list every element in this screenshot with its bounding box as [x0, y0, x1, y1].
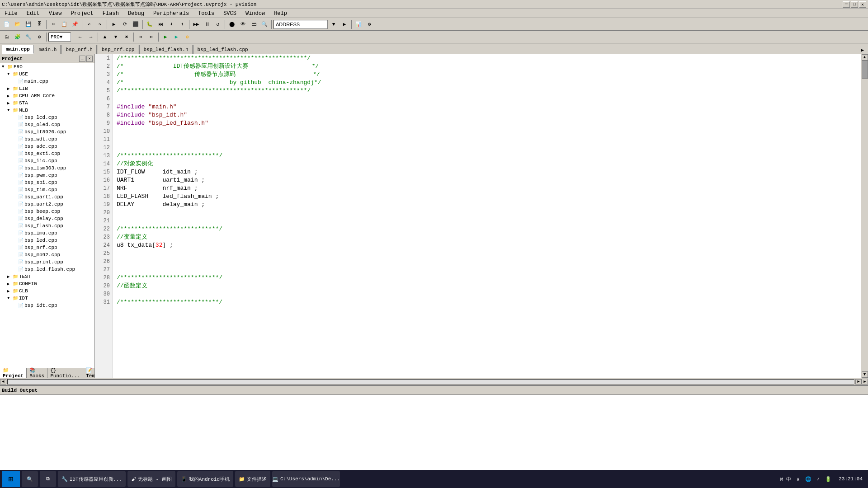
open-btn[interactable]: 📂 [13, 19, 23, 29]
tree-item-cpu-arm-core[interactable]: ▶ 📁 CPU ARM Core [0, 92, 94, 99]
tree-item-bsp-idt[interactable]: 📄bsp_idt.cpp [0, 302, 94, 309]
system-clock[interactable]: 23:21:04 [835, 476, 866, 482]
address-go-btn[interactable]: ▼ [329, 19, 339, 29]
panel-tab-templates[interactable]: 📝 Templat... [83, 368, 95, 378]
panel-tab-project[interactable]: 📁 Project [0, 368, 27, 378]
project-selector[interactable]: PRO ▼ [48, 33, 71, 42]
tree-item-bsp-lt8920[interactable]: 📄bsp_lt8920.cpp [0, 128, 94, 136]
menu-view[interactable]: View [46, 10, 65, 17]
tree-item-lib[interactable]: ▶ 📁 LIB [0, 85, 94, 92]
run-btn[interactable]: ▶▶ [191, 19, 201, 29]
h-scroll-left-btn[interactable]: ◄ [0, 379, 6, 385]
tree-item-bsp-adc[interactable]: 📄bsp_adc.cpp [0, 143, 94, 150]
tree-item-bsp-print[interactable]: 📄bsp_print.cpp [0, 258, 94, 266]
tree-item-bsp-lcd[interactable]: 📄bsp_lcd.cpp [0, 114, 94, 121]
tree-item-config[interactable]: ▶📁CONFIG [0, 280, 94, 287]
step-out-btn[interactable]: ⬆ [177, 19, 187, 29]
menu-debug[interactable]: Debug [125, 10, 147, 17]
network-icon[interactable]: 🌐 [803, 476, 813, 482]
code-editor[interactable]: 1 2 3 4 5 6 7 8 9 10 11 12 13 14 15 16 1… [95, 54, 861, 378]
menu-tools[interactable]: Tools [195, 10, 217, 17]
indent-btn[interactable]: ⇥ [136, 32, 146, 42]
panel-minimize-btn[interactable]: _ [79, 56, 85, 62]
watch-btn[interactable]: 👁 [238, 19, 248, 29]
bookmark-next-btn[interactable]: ▼ [111, 32, 121, 42]
redo-btn[interactable]: ↷ [95, 19, 105, 29]
battery-icon[interactable]: 🔋 [823, 476, 833, 482]
taskbar-item-paint[interactable]: 🖌 无标题 - 画图 [127, 471, 175, 487]
tree-item-bsp-imu[interactable]: 📄bsp_imu.cpp [0, 230, 94, 237]
tree-item-bsp-exti[interactable]: 📄bsp_exti.cpp [0, 150, 94, 157]
menu-edit[interactable]: Edit [24, 10, 42, 17]
taskbar-item-files[interactable]: 📁 文件描述 [235, 471, 270, 487]
start-button[interactable]: ⊞ [2, 471, 20, 487]
taskbar-task-view[interactable]: ⧉ [40, 471, 56, 487]
volume-icon[interactable]: ♪ [815, 476, 822, 482]
halt-btn[interactable]: ⏸ [202, 19, 212, 29]
tree-item-bsp-delay[interactable]: 📄bsp_delay.cpp [0, 215, 94, 222]
tab-scroll-right[interactable]: ▶ [859, 47, 866, 54]
browse-fwd-btn[interactable]: → [86, 32, 96, 42]
tree-item-bsp-oled[interactable]: 📄bsp_oled.cpp [0, 121, 94, 128]
panel-close-btn[interactable]: ✕ [86, 56, 93, 62]
menu-window[interactable]: Window [243, 10, 268, 17]
settings-btn[interactable]: ⚙ [364, 19, 374, 29]
tree-item-bsp-uart2[interactable]: 📄bsp_uart2.cpp [0, 201, 94, 208]
green-arrow-btn[interactable]: ▶ [160, 32, 170, 42]
blue-green-btn[interactable]: ▶ [171, 32, 181, 42]
tab-bsp-nrf-h[interactable]: bsp_nrf.h [61, 45, 96, 54]
tab-main-h[interactable]: main.h [35, 45, 61, 54]
copy-btn[interactable]: 📋 [59, 19, 69, 29]
tab-bsp-led-flash-cpp[interactable]: bsp_led_flash.cpp [193, 45, 252, 54]
debug-start-btn[interactable]: 🐛 [145, 19, 155, 29]
tree-item-bsp-iic[interactable]: 📄bsp_iic.cpp [0, 157, 94, 164]
menu-svcs[interactable]: SVCS [221, 10, 239, 17]
editor-scrollbar[interactable]: ▲ ▼ [861, 54, 868, 378]
ime-indicator[interactable]: M 中 [778, 476, 793, 483]
bookmark-clear-btn[interactable]: ✖ [122, 32, 132, 42]
tree-item-bsp-beep[interactable]: 📄bsp_beep.cpp [0, 208, 94, 215]
tree-item-bsp-mp92[interactable]: 📄bsp_mp92.cpp [0, 251, 94, 258]
close-button[interactable]: ✕ [859, 1, 866, 8]
new-btn[interactable]: 📄 [2, 19, 12, 29]
scroll-down-btn[interactable]: ▼ [862, 371, 868, 378]
bookmark-prev-btn[interactable]: ▲ [100, 32, 110, 42]
menu-peripherals[interactable]: Peripherals [151, 10, 192, 17]
tree-item-bsp-lsm303[interactable]: 📄bsp_lsm303.cpp [0, 164, 94, 172]
build-btn[interactable]: ▶ [109, 19, 119, 29]
save-btn[interactable]: 💾 [24, 19, 33, 29]
debug-config-btn[interactable]: ⚙ [34, 32, 44, 42]
address-run-btn[interactable]: ▶ [340, 19, 349, 29]
paste-btn[interactable]: 📌 [70, 19, 80, 29]
step-in-btn[interactable]: ⬇ [166, 19, 176, 29]
tab-bsp-led-flash-h[interactable]: bsp_led_flash.h [139, 45, 192, 54]
tree-item-bsp-led-flash[interactable]: 📄bsp_led_flash.cpp [0, 266, 94, 273]
h-scroll-expand-btn[interactable]: ▶ [862, 379, 868, 385]
scroll-thumb[interactable] [862, 61, 868, 79]
tab-main-cpp[interactable]: main.cpp [2, 45, 34, 54]
component-btn[interactable]: 🧩 [13, 32, 23, 42]
h-scroll-right-btn[interactable]: ► [855, 379, 862, 385]
outdent-btn[interactable]: ⇤ [146, 32, 156, 42]
tree-item-bsp-wdt[interactable]: 📄bsp_wdt.cpp [0, 136, 94, 143]
rte-btn[interactable]: 🔧 [24, 32, 33, 42]
rebuild-btn[interactable]: ⟳ [120, 19, 130, 29]
h-scroll-track[interactable] [7, 379, 854, 385]
address-input[interactable] [274, 20, 328, 29]
reset-btn[interactable]: ↺ [213, 19, 223, 29]
tab-bsp-nrf-cpp[interactable]: bsp_nrf.cpp [98, 45, 139, 54]
stop-btn[interactable]: ⬛ [131, 19, 141, 29]
minimize-button[interactable]: ─ [843, 1, 850, 8]
tree-item-pro[interactable]: ▼ 📁 PRO [0, 63, 94, 70]
view-btn[interactable]: 📊 [354, 19, 363, 29]
memory-btn[interactable]: 🗃 [249, 19, 259, 29]
taskbar-search[interactable]: 🔍 [22, 471, 38, 487]
tree-item-bsp-nrf[interactable]: 📄bsp_nrf.cpp [0, 244, 94, 251]
cut-btn[interactable]: ✂ [48, 19, 58, 29]
orange-btn[interactable]: ⚙ [182, 32, 192, 42]
taskbar-item-android[interactable]: 📱 我的Android手机 [177, 471, 233, 487]
browse-back-btn[interactable]: ← [75, 32, 85, 42]
menu-file[interactable]: File [2, 10, 20, 17]
tree-item-idt[interactable]: ▼📁IDT [0, 295, 94, 302]
bp-btn[interactable]: ⬤ [227, 19, 237, 29]
